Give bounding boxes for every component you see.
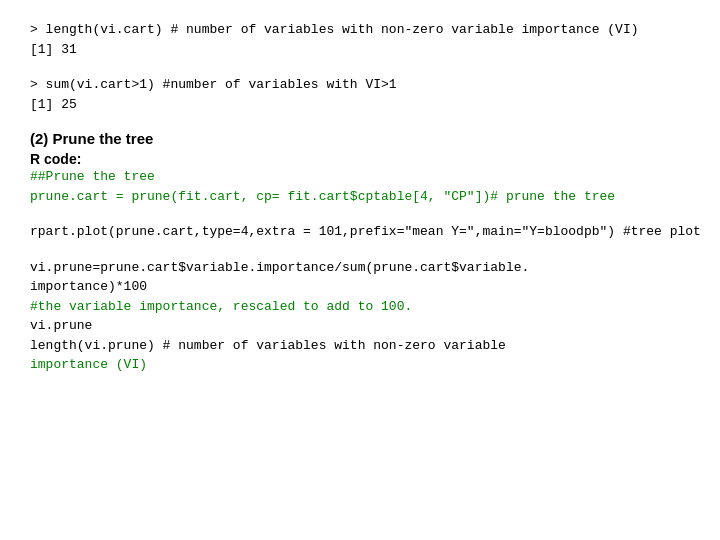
code-line: ##Prune the tree [30,167,690,187]
code-line: [1] 31 [30,40,690,60]
code-block-2: > sum(vi.cart>1) #number of variables wi… [30,75,690,114]
r-code-label: R code: [30,151,690,167]
code-line: importance (VI) [30,355,690,375]
code-line: #the variable importance, rescaled to ad… [30,297,690,317]
code-block-1: > length(vi.cart) # number of variables … [30,20,690,59]
code-block-3: ##Prune the tree prune.cart = prune(fit.… [30,167,690,206]
code-line: importance)*100 [30,277,690,297]
code-line: length(vi.prune) # number of variables w… [30,336,690,356]
page-content: > length(vi.cart) # number of variables … [0,0,720,411]
code-line: > length(vi.cart) # number of variables … [30,20,690,40]
code-line: [1] 25 [30,95,690,115]
code-line: vi.prune=prune.cart$variable.importance/… [30,258,690,278]
code-block-4: rpart.plot(prune.cart,type=4,extra = 101… [30,222,690,242]
code-line: rpart.plot(prune.cart,type=4,extra = 101… [30,222,690,242]
code-line: prune.cart = prune(fit.cart, cp= fit.car… [30,187,690,207]
code-line: > sum(vi.cart>1) #number of variables wi… [30,75,690,95]
code-block-5: vi.prune=prune.cart$variable.importance/… [30,258,690,375]
section-title: (2) Prune the tree [30,130,690,147]
code-line: vi.prune [30,316,690,336]
